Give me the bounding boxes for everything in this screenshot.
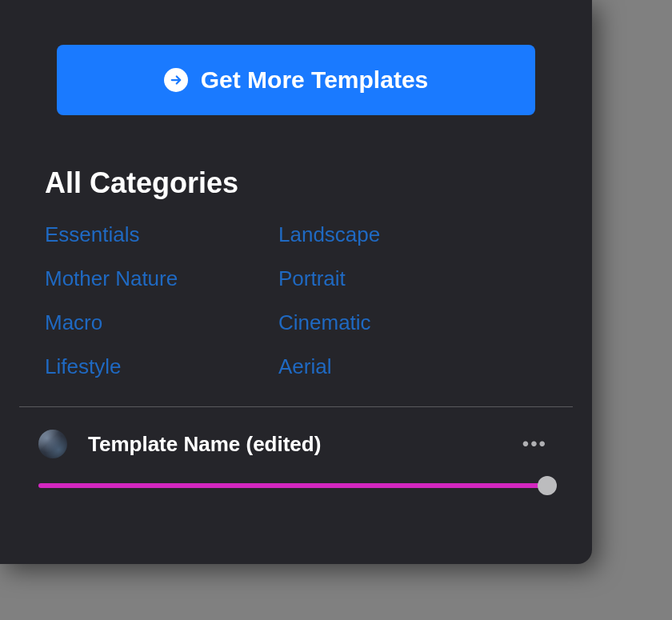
category-link-aerial[interactable]: Aerial xyxy=(278,354,331,379)
more-options-button[interactable]: ••• xyxy=(516,430,554,458)
category-link-landscape[interactable]: Landscape xyxy=(278,222,380,247)
category-link-cinematic[interactable]: Cinematic xyxy=(278,310,371,335)
template-thumbnail[interactable] xyxy=(38,430,67,458)
category-link-portrait[interactable]: Portrait xyxy=(278,266,346,291)
slider-thumb[interactable] xyxy=(538,476,557,495)
templates-panel: Get More Templates All Categories Essent… xyxy=(0,0,592,564)
template-name-label: Template Name (edited) xyxy=(88,432,321,457)
get-more-templates-button[interactable]: Get More Templates xyxy=(57,45,535,115)
section-divider xyxy=(19,406,573,407)
slider-track xyxy=(38,483,554,488)
arrow-right-circle-icon xyxy=(164,68,188,92)
categories-grid: Essentials Landscape Mother Nature Portr… xyxy=(34,222,558,379)
template-row: Template Name (edited) ••• xyxy=(34,430,558,458)
get-more-templates-label: Get More Templates xyxy=(201,66,429,94)
category-link-lifestyle[interactable]: Lifestyle xyxy=(45,354,121,379)
ellipsis-icon: ••• xyxy=(522,433,547,454)
all-categories-title: All Categories xyxy=(34,166,558,200)
category-link-macro[interactable]: Macro xyxy=(45,310,102,335)
template-intensity-slider[interactable] xyxy=(34,476,558,495)
category-link-essentials[interactable]: Essentials xyxy=(45,222,140,247)
category-link-mother-nature[interactable]: Mother Nature xyxy=(45,266,178,291)
